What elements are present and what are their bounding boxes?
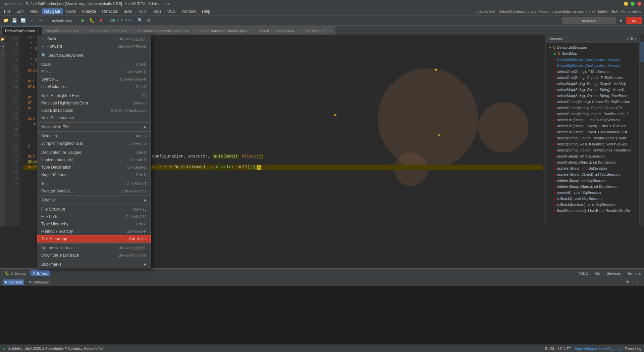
nav-item-declaration[interactable]: Declaration or Usages Ctrl+B <box>37 149 151 156</box>
menu-vcs[interactable]: VCS <box>165 8 178 14</box>
activity-project-icon[interactable]: 📂 <box>1 38 4 41</box>
close-button[interactable] <box>637 2 641 6</box>
nav-item-jump-nav-bar[interactable]: Jump to Navigation Bar Alt+Home <box>37 140 151 147</box>
nav-item-implementation[interactable]: Implementation(s) Ctrl+Alt+B <box>37 156 151 164</box>
statusbar-url[interactable]: https://blog.csdn.net/K_tang <box>575 347 621 351</box>
minimize-button[interactable] <box>624 2 628 6</box>
menu-file[interactable]: File <box>1 8 13 14</box>
console-close-btn[interactable]: × <box>634 278 641 286</box>
tab-close-icon[interactable]: × <box>80 29 83 33</box>
structure-item-flushstatements[interactable]: ● flushStatements(): List<BatchResult> I… <box>546 208 639 214</box>
maximize-button[interactable] <box>631 2 635 6</box>
menu-analyze[interactable]: Analyze <box>79 8 99 14</box>
toolbar-forward-btn[interactable]: → <box>37 17 44 24</box>
nav-item-down-stack[interactable]: Down the stack trace Ctrl+Alt+向下箭头 <box>37 252 151 259</box>
toolbar-save-btn[interactable]: 💾 <box>11 17 18 24</box>
console-settings-btn[interactable]: ⚙ <box>624 278 631 286</box>
tab-simpleexecutor[interactable]: SimpleExecutor.java × <box>42 27 87 35</box>
structure-filter-btn[interactable]: ⚙ <box>630 37 633 41</box>
nav-item-test[interactable]: Test Ctrl+Shift+T <box>37 180 151 187</box>
structure-item-selectlist1[interactable]: ● selectList(String): List<E> ISqlSessio… <box>546 117 639 123</box>
structure-item-strictmap[interactable]: ▶ C StrictMap <box>546 50 639 56</box>
structure-item-select1[interactable]: ● select(String, Object, ResultHandler):… <box>546 135 639 141</box>
nav-item-search[interactable]: 🔍 Search Everywhere <box>37 52 151 59</box>
structure-item-selectmap3[interactable]: ● selectMap(String, Object, String, RowB… <box>546 93 639 99</box>
structure-item-selectcursor3[interactable]: ● selectCursor(String, Object, RowBounds… <box>546 111 639 117</box>
nav-item-file-structure[interactable]: File Structure Ctrl+F12 <box>37 206 151 213</box>
structure-item-commit[interactable]: ● commit(): void ISqlSession <box>546 189 639 195</box>
tab-close-icon[interactable]: × <box>330 29 332 33</box>
toolbar-search-btn[interactable]: 🔍 <box>137 17 144 24</box>
menu-code[interactable]: Code <box>63 8 78 14</box>
tab-sql-preparec[interactable]: sql\Preparec... × <box>301 27 336 35</box>
nav-item-type-hierarchy[interactable]: Type Hierarchy Ctrl+H <box>37 220 151 228</box>
structure-item-delete1[interactable]: ● delete(String): int ISqlSession <box>546 177 639 183</box>
statusbar-event-log[interactable]: Event Log <box>625 347 641 351</box>
structure-item-constructor2[interactable]: ● DefaultSqlSession(Configuration, Execu… <box>546 62 639 69</box>
nav-item-class[interactable]: Class... Ctrl+N <box>37 61 151 68</box>
structure-item-selectlist2[interactable]: ● selectList(String, Object): List<E> IS… <box>546 123 639 129</box>
structure-item-selectone2[interactable]: ● selectOne(String, Object): T ISqlSessi… <box>546 75 639 81</box>
structure-item-delete2[interactable]: ● delete(String, Object): int ISqlSessio… <box>546 183 639 189</box>
structure-sort-btn[interactable]: ↕ <box>627 37 629 41</box>
nav-item-up-stack[interactable]: Up the stack trace Ctrl+Alt+向上箭头 <box>37 244 151 252</box>
nav-item-type-decl[interactable]: Type Declaration Ctrl+Shift+B <box>37 164 151 171</box>
nav-item-back[interactable]: ← Back Ctrl+Alt+向左箭头 <box>37 35 151 43</box>
menu-tools[interactable]: Tools <box>149 8 164 14</box>
test-tab[interactable]: ✓ 6: Test <box>31 270 50 276</box>
structure-item-selectcursor2[interactable]: ● selectCursor(String, Object): Cursor<T… <box>546 105 639 111</box>
nav-item-method-hierarchy[interactable]: Method Hierarchy Ctrl+Shift+H <box>37 228 151 235</box>
structure-item-update2[interactable]: ● update(String, Object): int ISqlSessio… <box>546 171 639 177</box>
toolbar-debug-btn[interactable]: 🐛 <box>88 17 96 24</box>
debug-tab[interactable]: 🐛 6: Debug <box>3 270 28 276</box>
tab-statementhandler[interactable]: StatementHandler.java × <box>86 27 134 35</box>
menu-refactor[interactable]: Refactor <box>100 8 120 14</box>
structure-item-selectcursor1[interactable]: ● selectCursor(String): Cursor<T> ISqlSe… <box>546 99 639 105</box>
toolbar-star-btn[interactable]: ★ <box>617 17 625 24</box>
tab-close-icon[interactable]: × <box>129 29 131 33</box>
toolbar-back-btn[interactable]: ← <box>28 17 36 24</box>
tab-resultsethandler[interactable]: ResultSetHandler.java × <box>254 27 301 35</box>
nav-item-last-edit[interactable]: Last Edit Location Ctrl+Shift+Backspace <box>37 107 151 114</box>
structure-item-constructor1[interactable]: ● DefaultSqlSession(Configuration, Execu… <box>546 56 639 62</box>
nav-item-linecolumn[interactable]: Line/Column... Ctrl+G <box>37 83 151 90</box>
structure-close-btn[interactable]: × <box>635 37 637 41</box>
nav-item-call-hierarchy[interactable]: Call Hierarchy Ctrl+Alt+H <box>37 235 151 243</box>
structure-item-update1[interactable]: ● update(String): int ISqlSession <box>546 165 639 171</box>
structure-class-node[interactable]: ▼ C DefaultSqlSession <box>546 44 639 50</box>
tab-close-icon[interactable]: × <box>248 29 250 33</box>
tab-close-icon[interactable]: × <box>37 29 39 33</box>
toolbar-run-btn[interactable]: ▶ <box>79 17 87 24</box>
toolbar-sync-btn[interactable]: 🔄 <box>19 17 27 24</box>
toolbar-stop-btn[interactable]: ■ <box>97 17 104 24</box>
structure-item-selectmap2[interactable]: ● selectMap(String, Object, String): Map… <box>546 87 639 93</box>
debugger-tab[interactable]: ⚙ Debugger <box>27 279 51 285</box>
structure-item-selectmap1[interactable]: ● selectMap(String, String): Map<K, V> I… <box>546 81 639 87</box>
nav-item-next-edit[interactable]: Next Edit Location <box>37 114 151 122</box>
nav-item-file[interactable]: File... Ctrl+Shift+N <box>37 68 151 76</box>
toolbar-settings-btn[interactable]: ⚙ <box>145 17 153 24</box>
nav-item-related-symbol[interactable]: Related Symbol... Ctrl+Alt+Home <box>37 187 151 195</box>
tab-basestatementhandler[interactable]: BaseStatementHandler.java × <box>198 27 254 35</box>
console-tab[interactable]: ▶ Console <box>3 279 24 285</box>
menu-navigate[interactable]: Navigate <box>42 8 63 14</box>
structure-item-select3[interactable]: ● select(String, Object, RowBounds, Resu… <box>546 147 639 153</box>
menu-run[interactable]: Run <box>136 8 149 14</box>
tab-preparedstatementhandler[interactable]: PreparedStatementHandler.java × <box>134 27 197 35</box>
nav-item-forward[interactable]: → Forward Ctrl+Alt+向右箭头 <box>37 43 151 50</box>
tab-defaultsqlsession[interactable]: DefaultSqlSession × <box>1 27 42 35</box>
structure-item-insert2[interactable]: ● insert(String, Object): int ISqlSessio… <box>546 159 639 165</box>
nav-item-navigate-in-file[interactable]: Navigate in File <box>37 123 151 131</box>
activity-structure-icon[interactable]: ≡ <box>2 52 3 56</box>
menu-help[interactable]: Help <box>199 8 213 14</box>
structure-item-rollback1[interactable]: ● rollback(): void ISqlSession <box>546 195 639 202</box>
menu-view[interactable]: View <box>27 8 41 14</box>
tab-close-icon[interactable]: × <box>192 29 194 33</box>
activity-bookmark-icon[interactable]: ★ <box>1 45 4 48</box>
toolbar-project-btn[interactable]: 📁 <box>2 17 9 24</box>
structure-item-rollback2[interactable]: ● rollback(boolean): void ISqlSession <box>546 202 639 208</box>
menu-window[interactable]: Window <box>179 8 199 14</box>
structure-item-insert1[interactable]: ● insert(String): int ISqlSession <box>546 153 639 159</box>
menu-build[interactable]: Build <box>121 8 135 14</box>
nav-item-select-in[interactable]: Select In... Alt+F1 <box>37 132 151 140</box>
